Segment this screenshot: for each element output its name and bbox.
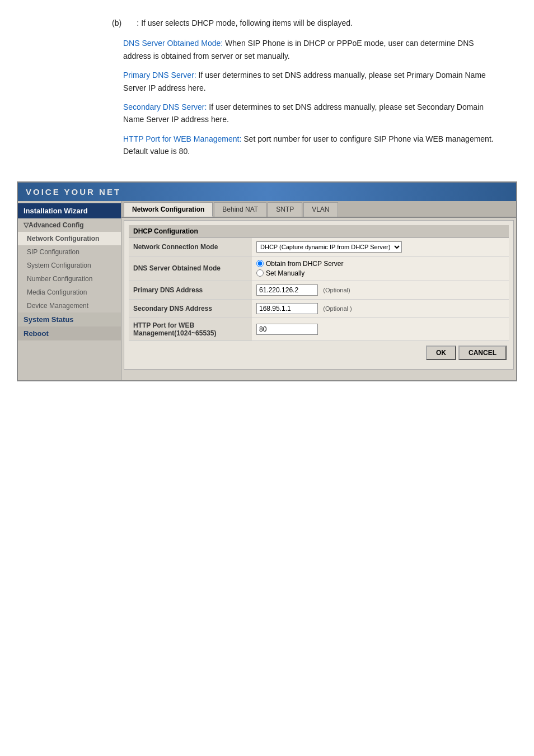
sidebar-item-reboot[interactable]: Reboot (18, 326, 121, 340)
select-network-connection-mode[interactable]: DHCP (Capture dynamic IP from DHCP Serve… (256, 241, 402, 253)
radio-set-manually[interactable] (256, 269, 264, 277)
dns-server-obtained-term: DNS Server Obtained Mode: (123, 39, 223, 48)
radio-group-dns: Obtain from DHCP Server Set Manually (256, 260, 504, 277)
sidebar-item-sip-configuration[interactable]: SIP Configuration (18, 245, 121, 259)
row-secondary-dns: Secondary DNS Address (Optional ) (129, 299, 509, 318)
button-area: OK CANCEL (129, 341, 509, 365)
input-http-port[interactable] (256, 324, 318, 335)
tab-network-configuration[interactable]: Network Configuration (124, 202, 213, 217)
http-port-term: HTTP Port for WEB Management: (123, 134, 241, 143)
row-network-connection-mode: Network Connection Mode DHCP (Capture dy… (129, 238, 509, 256)
sidebar-item-advanced-config[interactable]: ▽Advanced Config (18, 218, 121, 232)
sidebar-item-media-configuration[interactable]: Media Configuration (18, 286, 121, 299)
input-primary-dns[interactable] (256, 284, 318, 296)
app-window: VOICE YOUR NET Installation Wizard ▽Adva… (17, 181, 517, 381)
sidebar-item-device-management[interactable]: Device Management (18, 299, 121, 312)
secondary-dns-para: Secondary DNS Server: If user determines… (123, 101, 500, 126)
tab-vlan[interactable]: VLAN (303, 202, 338, 217)
row-dns-server-obtained-mode: DNS Server Obtained Mode Obtain from DHC… (129, 256, 509, 281)
para-b-text: : If user selects DHCP mode, following i… (137, 18, 353, 27)
http-port-para: HTTP Port for WEB Management: Set port n… (123, 133, 500, 158)
radio-set-manually-label[interactable]: Set Manually (256, 269, 504, 277)
form-table: Network Connection Mode DHCP (Capture dy… (129, 238, 509, 341)
para-b: (b) : If user selects DHCP mode, followi… (112, 17, 500, 29)
secondary-dns-optional: (Optional ) (323, 305, 352, 312)
content-area: Network Configuration Behind NAT SNTP VL… (121, 201, 516, 380)
primary-dns-optional: (Optional) (323, 287, 350, 293)
sidebar-item-system-status[interactable]: System Status (18, 312, 121, 326)
label-secondary-dns: Secondary DNS Address (129, 299, 252, 318)
secondary-dns-term: Secondary DNS Server: (123, 102, 207, 111)
label-dns-server-obtained-mode: DNS Server Obtained Mode (129, 256, 252, 281)
sidebar: Installation Wizard ▽Advanced Config Net… (18, 201, 121, 380)
title-bar: VOICE YOUR NET (18, 183, 516, 201)
tab-behind-nat[interactable]: Behind NAT (214, 202, 266, 217)
radio-obtain-from-dhcp[interactable] (256, 260, 264, 267)
cancel-button[interactable]: CANCEL (458, 346, 507, 360)
tab-bar: Network Configuration Behind NAT SNTP VL… (121, 201, 516, 218)
label-http-port: HTTP Port for WEB Management(1024~65535) (129, 318, 252, 340)
label-network-connection-mode: Network Connection Mode (129, 238, 252, 256)
ok-button[interactable]: OK (426, 346, 456, 360)
value-http-port (252, 318, 509, 340)
label-primary-dns: Primary DNS Address (129, 281, 252, 299)
form-area: DHCP Configuration Network Connection Mo… (124, 220, 514, 370)
input-secondary-dns[interactable] (256, 303, 318, 314)
dns-server-obtained-para: DNS Server Obtained Mode: When SIP Phone… (123, 37, 500, 62)
form-section-title: DHCP Configuration (129, 225, 509, 238)
value-secondary-dns: (Optional ) (252, 299, 509, 318)
sidebar-item-installation-wizard[interactable]: Installation Wizard (18, 203, 121, 218)
row-http-port: HTTP Port for WEB Management(1024~65535) (129, 318, 509, 340)
main-layout: Installation Wizard ▽Advanced Config Net… (18, 201, 516, 380)
primary-dns-term: Primary DNS Server: (123, 71, 196, 80)
app-title: VOICE YOUR NET (26, 187, 121, 197)
tab-sntp[interactable]: SNTP (268, 202, 302, 217)
radio-obtain-from-dhcp-label[interactable]: Obtain from DHCP Server (256, 260, 504, 268)
sidebar-item-number-configuration[interactable]: Number Configuration (18, 272, 121, 286)
value-network-connection-mode[interactable]: DHCP (Capture dynamic IP from DHCP Serve… (252, 238, 509, 256)
documentation-area: (b) : If user selects DHCP mode, followi… (0, 0, 534, 176)
sidebar-item-network-configuration[interactable]: Network Configuration (18, 232, 121, 245)
para-b-label: (b) (112, 18, 121, 27)
row-primary-dns: Primary DNS Address (Optional) (129, 281, 509, 299)
primary-dns-para: Primary DNS Server: If user determines t… (123, 69, 500, 94)
value-dns-server-obtained-mode: Obtain from DHCP Server Set Manually (252, 256, 509, 281)
sidebar-item-system-configuration[interactable]: System Configuration (18, 259, 121, 272)
value-primary-dns: (Optional) (252, 281, 509, 299)
